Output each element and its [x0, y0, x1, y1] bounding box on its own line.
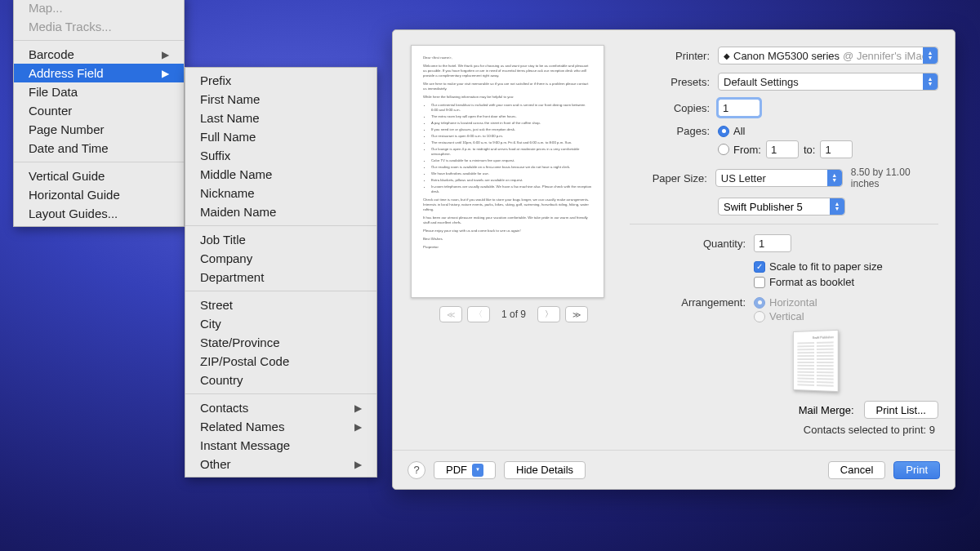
copies-input[interactable]: 1 — [718, 99, 760, 117]
printer-select[interactable]: ◆ Canon MG5300 series @ Jennifer's iMac … — [718, 47, 938, 64]
submenu-street[interactable]: Street — [185, 295, 376, 314]
submenu-full-name[interactable]: Full Name — [185, 127, 376, 146]
divider — [630, 224, 938, 224]
quantity-input[interactable]: 1 — [754, 234, 791, 252]
menu-item-horizontal-guide[interactable]: Horizontal Guide — [14, 185, 184, 204]
pages-label: Pages: — [630, 125, 710, 137]
arrange-horizontal-radio — [754, 297, 765, 309]
submenu-state[interactable]: State/Province — [185, 333, 376, 352]
chevron-right-icon: ▶ — [354, 421, 362, 433]
arrangement-label: Arrangement: — [630, 296, 746, 309]
submenu-department[interactable]: Department — [185, 268, 376, 287]
paper-dimensions: 8.50 by 11.00 inches — [851, 167, 938, 189]
submenu-suffix[interactable]: Suffix — [185, 146, 376, 165]
menu-item-layout-guides[interactable]: Layout Guides... — [14, 204, 184, 223]
scale-to-fit-checkbox[interactable] — [754, 261, 765, 273]
first-page-button[interactable]: ≪ — [439, 306, 462, 322]
chevron-right-icon: ▶ — [354, 402, 362, 414]
menu-item-date-time[interactable]: Date and Time — [14, 139, 184, 158]
menu-item-media-tracks: Media Tracks... — [14, 17, 184, 36]
print-settings: Printer: ◆ Canon MG5300 series @ Jennife… — [630, 47, 938, 436]
submenu-city[interactable]: City — [185, 314, 376, 333]
stepper-arrows-icon: ▲▼ — [923, 73, 938, 90]
cancel-button[interactable]: Cancel — [828, 461, 885, 479]
printer-label: Printer: — [630, 50, 710, 62]
submenu-prefix[interactable]: Prefix — [185, 71, 376, 90]
pdf-menu-button[interactable]: PDF▼ — [434, 461, 496, 479]
booklet-preview-icon: Swift Publisher — [793, 330, 839, 392]
stepper-arrows-icon: ▲▼ — [923, 47, 938, 64]
submenu-maiden-name[interactable]: Maiden Name — [185, 202, 376, 221]
presets-select[interactable]: Default Settings ▲▼ — [718, 73, 938, 91]
menu-separator — [185, 291, 376, 291]
submenu-nickname[interactable]: Nickname — [185, 184, 376, 202]
booklet-checkbox[interactable] — [754, 277, 765, 288]
copies-label: Copies: — [630, 102, 710, 114]
insert-menu[interactable]: Map... Media Tracks... Barcode▶ Address … — [13, 0, 185, 227]
stepper-arrows-icon: ▲▼ — [830, 198, 844, 215]
mail-merge-label: Mail Merge: — [799, 404, 854, 416]
menu-item-address-field[interactable]: Address Field▶ — [14, 64, 184, 82]
menu-item-page-number[interactable]: Page Number — [14, 120, 184, 139]
submenu-job-title[interactable]: Job Title — [185, 230, 376, 249]
last-page-button[interactable]: ≫ — [565, 306, 588, 322]
next-page-button[interactable]: 〉 — [537, 306, 560, 322]
chevron-right-icon: ▶ — [162, 68, 169, 79]
pages-range-radio[interactable] — [718, 144, 729, 155]
submenu-related-names[interactable]: Related Names▶ — [185, 417, 376, 436]
menu-item-map: Map... — [14, 0, 184, 17]
page-thumbnail: Dear <first name>, Welcome to the hotel.… — [411, 45, 604, 298]
submenu-first-name[interactable]: First Name — [185, 90, 376, 109]
hide-details-button[interactable]: Hide Details — [504, 461, 586, 479]
print-button[interactable]: Print — [893, 461, 940, 479]
submenu-contacts[interactable]: Contacts▶ — [185, 398, 376, 417]
app-options-select[interactable]: Swift Publisher 5 ▲▼ — [718, 198, 845, 216]
mail-merge-status: Contacts selected to print: 9 — [630, 424, 938, 436]
menu-separator — [185, 225, 376, 226]
submenu-middle-name[interactable]: Middle Name — [185, 165, 376, 184]
dialog-footer: ? PDF▼ Hide Details Cancel Print — [393, 450, 955, 489]
print-preview: Dear <first name>, Welcome to the hotel.… — [411, 45, 617, 322]
submenu-last-name[interactable]: Last Name — [185, 109, 376, 127]
menu-item-barcode[interactable]: Barcode▶ — [14, 45, 184, 64]
pages-all-radio[interactable] — [718, 126, 729, 137]
page-count: 1 of 9 — [501, 309, 526, 320]
submenu-country[interactable]: Country — [185, 371, 376, 389]
quantity-label: Quantity: — [630, 238, 746, 250]
menu-separator — [14, 162, 184, 162]
menu-item-file-data[interactable]: File Data — [14, 82, 184, 101]
printer-status-icon: ◆ — [724, 51, 730, 60]
submenu-instant-message[interactable]: Instant Message — [185, 436, 376, 455]
submenu-other[interactable]: Other▶ — [185, 455, 376, 473]
chevron-right-icon: ▶ — [162, 49, 169, 60]
address-field-submenu[interactable]: Prefix First Name Last Name Full Name Su… — [185, 67, 377, 478]
menu-item-counter[interactable]: Counter — [14, 101, 184, 120]
help-button[interactable]: ? — [408, 461, 425, 479]
menu-separator — [185, 393, 376, 394]
stepper-arrows-icon: ▲▼ — [827, 170, 842, 186]
chevron-down-icon: ▼ — [472, 464, 483, 477]
paper-size-label: Paper Size: — [630, 172, 707, 184]
prev-page-button[interactable]: 〈 — [467, 306, 490, 322]
preview-pager: ≪ 〈 1 of 9 〉 ≫ — [411, 306, 617, 322]
menu-item-vertical-guide[interactable]: Vertical Guide — [14, 167, 184, 185]
pages-from-input[interactable]: 1 — [766, 140, 799, 158]
chevron-right-icon: ▶ — [354, 459, 362, 470]
menu-separator — [14, 40, 184, 41]
submenu-zip[interactable]: ZIP/Postal Code — [185, 352, 376, 371]
submenu-company[interactable]: Company — [185, 249, 376, 268]
paper-size-select[interactable]: US Letter ▲▼ — [715, 169, 843, 187]
arrange-vertical-radio — [754, 311, 765, 322]
pages-to-input[interactable]: 1 — [820, 140, 853, 158]
presets-label: Presets: — [630, 76, 710, 88]
print-dialog: Dear <first name>, Welcome to the hotel.… — [392, 29, 956, 490]
print-list-button[interactable]: Print List... — [864, 401, 938, 419]
